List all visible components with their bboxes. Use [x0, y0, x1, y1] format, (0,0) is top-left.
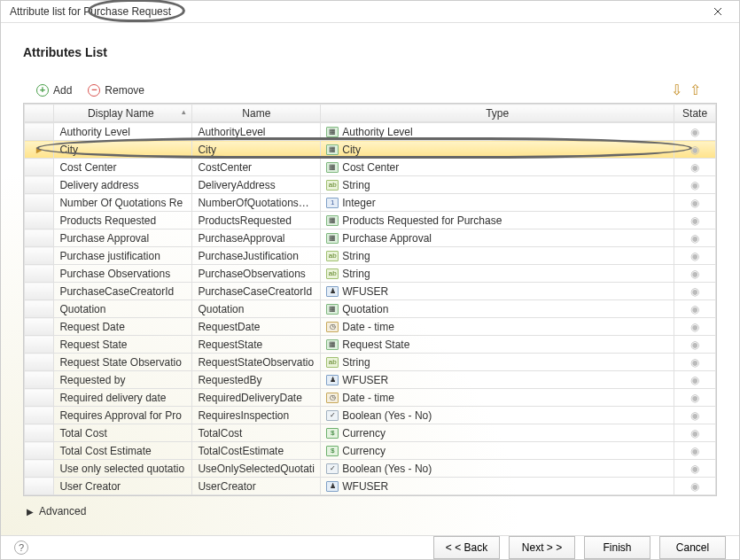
table-row[interactable]: ▸CityCity▦City◉ [25, 141, 716, 159]
table-row[interactable]: Purchase justificationPurchaseJustificat… [25, 247, 716, 265]
col-name[interactable]: Name [192, 105, 321, 122]
table-row[interactable]: Total CostTotalCost$Currency◉ [25, 424, 716, 442]
cancel-button[interactable]: Cancel [659, 536, 726, 559]
cell-state[interactable]: ◉ [674, 159, 716, 176]
cell-name: PurchaseApproval [192, 229, 321, 247]
cell-type-text: Currency [342, 445, 386, 457]
table-row[interactable]: PurchaseCaseCreatorIdPurchaseCaseCreator… [25, 283, 716, 300]
table-row[interactable]: Total Cost EstimateTotalCostEstimate$Cur… [25, 442, 716, 460]
cell-state[interactable]: ◉ [674, 354, 716, 371]
cell-type: ▦Request State [321, 336, 674, 354]
cell-state[interactable]: ◉ [674, 229, 716, 247]
cell-type: 1Integer [321, 194, 674, 212]
pin-icon: ◉ [690, 356, 699, 369]
table-row[interactable]: Request State ObservatioRequestStateObse… [25, 354, 716, 371]
cell-state[interactable]: ◉ [674, 371, 716, 389]
header-row: Display Name▴ Name Type State [25, 105, 716, 122]
finish-button[interactable]: Finish [584, 536, 650, 559]
cell-name: RequestedBy [192, 371, 321, 389]
pin-icon: ◉ [690, 445, 699, 457]
back-button[interactable]: < < Back [433, 536, 500, 559]
col-state[interactable]: State [674, 105, 716, 122]
pin-icon: ◉ [690, 268, 699, 280]
cell-display-name: Number Of Quotations Re [54, 194, 192, 212]
help-button[interactable]: ? [14, 541, 28, 555]
add-button[interactable]: + Add [32, 82, 76, 98]
row-indicator [25, 300, 54, 318]
move-down-button[interactable]: ⇩ [671, 82, 682, 98]
cell-name: PurchaseJustification [192, 247, 321, 265]
cell-type-text: City [342, 144, 361, 156]
string-type-icon: ab [326, 180, 339, 191]
entity-type-icon: ▦ [326, 233, 339, 244]
reorder-arrows: ⇩ ⇧ [671, 82, 708, 98]
pin-icon: ◉ [690, 392, 699, 404]
next-button[interactable]: Next > > [509, 536, 575, 559]
row-indicator [25, 212, 54, 229]
cell-display-name: Requires Approval for Pro [54, 407, 192, 424]
table-row[interactable]: Purchase ApprovalPurchaseApproval▦Purcha… [25, 229, 716, 247]
advanced-toggle[interactable]: ▶ Advanced [23, 496, 717, 526]
close-icon [713, 7, 722, 16]
col-display-name[interactable]: Display Name▴ [54, 105, 192, 122]
cell-state[interactable]: ◉ [674, 123, 716, 141]
col-type[interactable]: Type [321, 105, 674, 122]
table-row[interactable]: Products RequestedProductsRequested▦Prod… [25, 212, 716, 229]
table-row[interactable]: Requires Approval for ProRequiresInspect… [25, 407, 716, 424]
close-button[interactable] [700, 1, 736, 22]
cell-state[interactable]: ◉ [674, 407, 716, 424]
cell-display-name: Use only selected quotatio [54, 460, 192, 478]
cell-type-text: Boolean (Yes - No) [342, 463, 432, 475]
help-icon: ? [19, 542, 24, 553]
cell-state[interactable]: ◉ [674, 442, 716, 460]
table-row[interactable]: User CreatorUserCreator♟WFUSER◉ [25, 478, 716, 495]
row-indicator [25, 389, 54, 407]
cell-display-name: Total Cost [54, 424, 192, 442]
cell-state[interactable]: ◉ [674, 176, 716, 194]
cell-state[interactable]: ◉ [674, 283, 716, 300]
cell-state[interactable]: ◉ [674, 194, 716, 212]
cell-type: ✓Boolean (Yes - No) [321, 460, 674, 478]
toolbar: + Add − Remove ⇩ ⇧ [23, 77, 717, 103]
row-indicator [25, 159, 54, 176]
cell-display-name: Request State [54, 336, 192, 354]
cell-type: ◷Date - time [321, 389, 674, 407]
cell-name: City [192, 141, 321, 159]
cell-name: TotalCost [192, 424, 321, 442]
table-row[interactable]: Use only selected quotatioUseOnlySelecte… [25, 460, 716, 478]
table-row[interactable]: QuotationQuotation▦Quotation◉ [25, 300, 716, 318]
table-row[interactable]: Required delivery dateRequiredDeliveryDa… [25, 389, 716, 407]
cell-display-name: Request State Observatio [54, 354, 192, 371]
cell-state[interactable]: ◉ [674, 460, 716, 478]
cell-state[interactable]: ◉ [674, 424, 716, 442]
pin-icon: ◉ [690, 409, 699, 422]
move-up-button[interactable]: ⇧ [689, 82, 701, 98]
table-row[interactable]: Request StateRequestState▦Request State◉ [25, 336, 716, 354]
cell-name: UseOnlySelectedQuotati [192, 460, 321, 478]
string-type-icon: ab [326, 251, 339, 261]
cell-state[interactable]: ◉ [674, 212, 716, 229]
table-row[interactable]: Number Of Quotations ReNumberOfQuotation… [25, 194, 716, 212]
cell-type: abString [321, 265, 674, 283]
table-body-scroll[interactable]: Authority LevelAuthorityLevel▦Authority … [24, 122, 716, 495]
table-row[interactable]: Requested byRequestedBy♟WFUSER◉ [25, 371, 716, 389]
cell-state[interactable]: ◉ [674, 265, 716, 283]
table-row[interactable]: Purchase ObservationsPurchaseObservation… [25, 265, 716, 283]
cell-state[interactable]: ◉ [674, 300, 716, 318]
cell-state[interactable]: ◉ [674, 247, 716, 265]
col-indicator[interactable] [25, 105, 54, 122]
table-row[interactable]: Delivery addressDeliveryAddressabString◉ [25, 176, 716, 194]
row-indicator [25, 265, 54, 283]
cell-state[interactable]: ◉ [674, 336, 716, 354]
table-row[interactable]: Request DateRequestDate◷Date - time◉ [25, 318, 716, 336]
cell-name: RequiresInspection [192, 407, 321, 424]
cell-state[interactable]: ◉ [674, 141, 716, 159]
remove-button[interactable]: − Remove [83, 82, 149, 98]
cell-state[interactable]: ◉ [674, 389, 716, 407]
table-row[interactable]: Authority LevelAuthorityLevel▦Authority … [25, 123, 716, 141]
sort-asc-icon: ▴ [182, 107, 186, 116]
cell-state[interactable]: ◉ [674, 318, 716, 336]
content-area: Attributes List + Add − Remove ⇩ ⇧ [1, 23, 739, 535]
cell-state[interactable]: ◉ [674, 478, 716, 495]
table-row[interactable]: Cost CenterCostCenter▦Cost Center◉ [25, 159, 716, 176]
